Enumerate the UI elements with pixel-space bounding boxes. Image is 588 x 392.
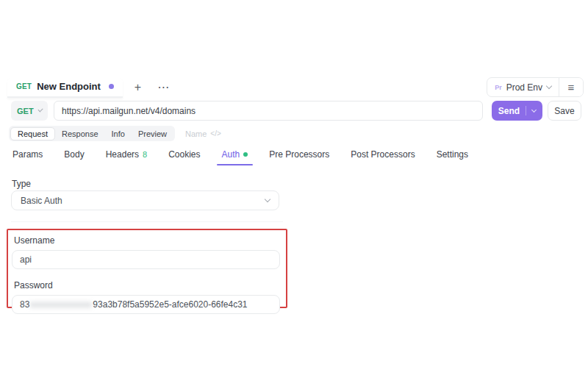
- environment-name: Prod Env: [506, 82, 542, 93]
- username-field[interactable]: [12, 250, 280, 269]
- section-tabs: Params Body Headers 8 Cookies Auth Pre P…: [12, 147, 468, 162]
- headers-count-badge: 8: [143, 150, 147, 159]
- chevron-down-icon: [531, 107, 537, 112]
- chevron-down-icon: [546, 83, 552, 89]
- auth-type-label: Type: [12, 179, 31, 189]
- auth-active-dot: [243, 152, 248, 157]
- environment-selector[interactable]: Pr Prod Env: [487, 78, 559, 96]
- tab-auth[interactable]: Auth: [222, 149, 248, 160]
- divider: [11, 221, 283, 222]
- tab-response[interactable]: Response: [55, 128, 105, 140]
- tab-preview[interactable]: Preview: [132, 128, 173, 140]
- code-icon[interactable]: </>: [210, 129, 220, 138]
- environment-badge: Pr: [495, 84, 502, 91]
- password-field[interactable]: 83 xxxxxxxxxxxx 93a3b78f5a5952e5-afce602…: [12, 295, 280, 314]
- password-visible-suffix: 93a3b78f5a5952e5-afce6020-66fe4c31: [93, 299, 247, 310]
- endpoint-name-placeholder[interactable]: Name: [185, 129, 207, 138]
- menu-icon[interactable]: ≡: [559, 78, 583, 96]
- highlight-annotation-box: Username Password 83 xxxxxxxxxxxx 93a3b7…: [7, 229, 287, 308]
- environment-group: Pr Prod Env ≡: [487, 77, 584, 97]
- tab-title: New Endpoint: [37, 81, 101, 92]
- tab-request[interactable]: Request: [10, 127, 55, 140]
- tab-bar: GET New Endpoint + ⋯ Pr Prod Env ≡: [0, 76, 588, 99]
- method-select[interactable]: GET: [11, 101, 48, 121]
- send-button[interactable]: Send: [492, 101, 542, 121]
- password-label: Password: [14, 280, 282, 291]
- more-options-icon[interactable]: ⋯: [153, 79, 173, 96]
- url-input[interactable]: [54, 101, 483, 121]
- tab-post-processors[interactable]: Post Processors: [351, 149, 415, 160]
- api-client-window: GET New Endpoint + ⋯ Pr Prod Env ≡ GET S…: [0, 0, 588, 392]
- save-button[interactable]: Save: [548, 101, 581, 121]
- chevron-down-icon: [265, 196, 270, 202]
- password-redacted-segment: xxxxxxxxxxxx: [30, 299, 92, 310]
- tab-pre-processors[interactable]: Pre Processors: [269, 149, 329, 160]
- new-tab-button[interactable]: +: [130, 79, 146, 96]
- method-label: GET: [17, 107, 34, 115]
- auth-type-value: Basic Auth: [21, 196, 62, 206]
- tab-settings[interactable]: Settings: [437, 149, 468, 160]
- tab-body[interactable]: Body: [64, 149, 84, 160]
- endpoint-tab[interactable]: GET New Endpoint: [7, 76, 123, 98]
- tab-params[interactable]: Params: [12, 149, 43, 160]
- tab-headers[interactable]: Headers 8: [106, 149, 147, 160]
- unsaved-indicator-dot: [109, 84, 114, 89]
- chevron-down-icon: [37, 107, 43, 112]
- auth-type-select[interactable]: Basic Auth: [11, 190, 279, 210]
- view-tab-group: Request Response Info Preview: [9, 126, 175, 141]
- request-bar: GET Send Save: [0, 101, 588, 121]
- password-visible-prefix: 83: [20, 299, 29, 310]
- tab-info[interactable]: Info: [105, 128, 132, 140]
- send-label: Send: [498, 106, 520, 116]
- divider: [526, 106, 526, 115]
- tab-method-label: GET: [16, 82, 32, 90]
- tab-cookies[interactable]: Cookies: [168, 149, 200, 160]
- username-label: Username: [14, 235, 282, 246]
- view-tabs: Request Response Info Preview Name </>: [9, 126, 221, 141]
